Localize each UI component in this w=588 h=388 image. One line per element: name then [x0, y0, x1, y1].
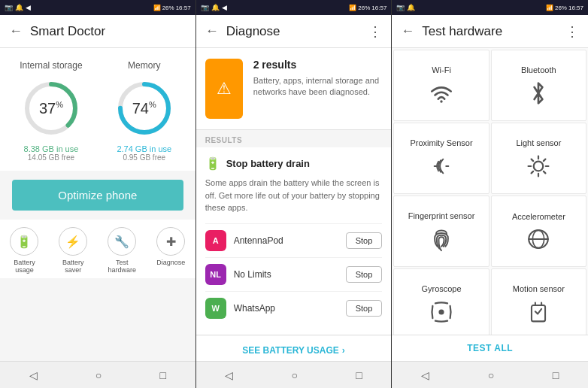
motion-sensor-label: Motion sensor [513, 284, 565, 293]
recent-nav-3[interactable]: □ [553, 369, 559, 381]
whatsapp-stop-button[interactable]: Stop [346, 300, 383, 317]
header-2: ← Diagnose ⋮ [196, 15, 392, 48]
proximity-sensor-label: Proximity Sensor [410, 138, 472, 147]
accelerometer-label: Accelerometer [512, 212, 565, 221]
back-nav-2[interactable]: ◁ [225, 369, 233, 381]
fingerprint-sensor-icon [429, 226, 453, 252]
antennapod-stop-button[interactable]: Stop [346, 232, 383, 249]
recent-nav-2[interactable]: □ [356, 369, 362, 381]
proximity-sensor-item[interactable]: Proximity Sensor [393, 123, 489, 194]
storage-in-use: 8.38 GB in use [24, 144, 79, 153]
bottom-icons-row: 🔋 Batteryusage ⚡ Batterysaver 🔧 Testhard… [0, 220, 195, 278]
smart-doctor-screen: 📷🔔◀ 📶26%📶 26% 16:5716:57 ← Smart Doctor … [0, 0, 196, 388]
diagnose-icon[interactable]: ✚ Diagnose [156, 227, 185, 274]
header-1: ← Smart Doctor [0, 15, 195, 48]
smart-doctor-content: Internal storage 37% 8.38 GB in use 14.0… [0, 48, 195, 361]
back-button-3[interactable]: ← [401, 23, 414, 39]
battery-drain-card: 🔋 Stop battery drain Some apps drain the… [196, 147, 392, 334]
accelerometer-item[interactable]: Accelerometer [491, 196, 586, 267]
status-bar-1: 📷🔔◀ 📶26%📶 26% 16:5716:57 [0, 0, 195, 15]
bluetooth-item[interactable]: Bluetooth [491, 50, 586, 121]
svg-point-4 [440, 100, 442, 102]
back-button-1[interactable]: ← [9, 23, 23, 39]
status-left-2: 📷🔔◀ [201, 4, 227, 11]
bluetooth-icon [528, 80, 549, 106]
svg-line-13 [544, 171, 546, 173]
wifi-label: Wi-Fi [432, 65, 451, 74]
nav-bar-3: ◁ ○ □ [392, 361, 588, 388]
header-3: ← Test hardware ⋮ [392, 15, 588, 48]
home-nav-3[interactable]: ○ [488, 369, 494, 381]
home-nav-1[interactable]: ○ [95, 369, 102, 381]
back-button-2[interactable]: ← [205, 23, 219, 39]
diagnose-screen: 📷🔔◀ 📶26%16:57 ← Diagnose ⋮ ⚠ 2 results B… [196, 0, 393, 388]
motion-sensor-icon [528, 299, 549, 325]
app-row-antennapod: A AntennaPod Stop [205, 223, 383, 257]
memory-label: Memory [128, 60, 160, 71]
internal-storage-item: Internal storage 37% 8.38 GB in use 14.0… [6, 60, 96, 162]
memory-percent: 74% [132, 100, 156, 117]
more-button-3[interactable]: ⋮ [565, 23, 579, 40]
battery-usage-label: Batteryusage [14, 259, 35, 274]
storage-chart: 37% [21, 78, 81, 138]
status-right-3: 📶26%16:57 [546, 5, 583, 11]
battery-usage-icon[interactable]: 🔋 Batteryusage [10, 227, 38, 274]
battery-drain-heading: Stop battery drain [226, 158, 310, 169]
wifi-icon [429, 80, 454, 106]
battery-saver-icon[interactable]: ⚡ Batterysaver [59, 227, 87, 274]
status-right-icons: 📶26%📶 26% 16:5716:57 [153, 5, 191, 11]
status-bar-3: 📷🔔 📶26%16:57 [392, 0, 588, 15]
diag-description: Battery, apps, internal storage and netw… [253, 75, 383, 99]
back-nav-1[interactable]: ◁ [29, 369, 38, 381]
test-hardware-screen: 📷🔔 📶26%16:57 ← Test hardware ⋮ Wi-Fi [392, 0, 588, 388]
home-nav-2[interactable]: ○ [292, 369, 298, 381]
light-sensor-item[interactable]: Light sensor [491, 123, 586, 194]
light-sensor-icon [526, 153, 551, 179]
nav-bar-1: ◁ ○ □ [0, 361, 195, 388]
diagnose-content: ⚠ 2 results Battery, apps, internal stor… [196, 48, 392, 361]
status-right-2: 📶26%16:57 [349, 5, 386, 11]
nav-bar-2: ◁ ○ □ [196, 361, 392, 388]
nolimits-stop-button[interactable]: Stop [346, 266, 383, 283]
more-button-2[interactable]: ⋮ [368, 23, 382, 40]
app-row-nolimits: NL No Limits Stop [205, 257, 383, 291]
app-row-whatsapp: W WhatsApp Stop [205, 291, 383, 325]
back-nav-3[interactable]: ◁ [421, 369, 429, 381]
wifi-item[interactable]: Wi-Fi [393, 50, 489, 121]
diagnose-label: Diagnose [156, 259, 185, 266]
memory-chart: 74% [114, 78, 174, 138]
battery-drain-desc: Some apps drain the battery while the sc… [205, 177, 383, 214]
test-all-button[interactable]: TEST ALL [467, 343, 513, 353]
optimize-phone-button[interactable]: Optimize phone [12, 180, 183, 211]
memory-item: Memory 74% 2.74 GB in use 0.95 GB free [99, 60, 189, 162]
motion-sensor-item[interactable]: Motion sensor [491, 268, 586, 335]
battery-drain-icon: 🔋 [205, 156, 220, 171]
diagnose-circle: ✚ [156, 227, 185, 256]
bluetooth-label: Bluetooth [521, 65, 556, 74]
phone-warning-icon: ⚠ [205, 59, 243, 119]
nolimits-name: No Limits [234, 269, 346, 280]
fingerprint-sensor-item[interactable]: Fingerprint sensor [393, 196, 489, 267]
svg-line-14 [544, 159, 546, 161]
memory-free: 0.95 GB free [123, 153, 165, 162]
accelerometer-icon [526, 227, 551, 251]
whatsapp-icon: W [205, 298, 226, 319]
svg-line-15 [532, 171, 534, 173]
gyroscope-item[interactable]: Gyroscope [393, 268, 489, 335]
battery-saver-circle: ⚡ [59, 227, 87, 256]
storage-memory-row: Internal storage 37% 8.38 GB in use 14.0… [0, 48, 195, 171]
antennapod-name: AntennaPod [234, 235, 346, 246]
page-title-2: Diagnose [226, 24, 362, 39]
storage-free: 14.05 GB free [28, 153, 74, 162]
see-battery-usage-button[interactable]: SEE BATTERY USAGE › [196, 335, 392, 362]
battery-saver-label: Batterysaver [62, 259, 84, 274]
test-hardware-icon[interactable]: 🔧 Testhardware [108, 227, 136, 274]
diag-text: 2 results Battery, apps, internal storag… [253, 59, 383, 99]
recent-nav-1[interactable]: □ [160, 369, 166, 381]
status-left-icons: 📷🔔◀ [5, 4, 31, 11]
svg-point-19 [438, 309, 444, 314]
battery-usage-circle: 🔋 [10, 227, 38, 256]
fingerprint-sensor-label: Fingerprint sensor [408, 211, 475, 220]
storage-label: Internal storage [20, 60, 82, 71]
memory-in-use: 2.74 GB in use [117, 144, 171, 153]
